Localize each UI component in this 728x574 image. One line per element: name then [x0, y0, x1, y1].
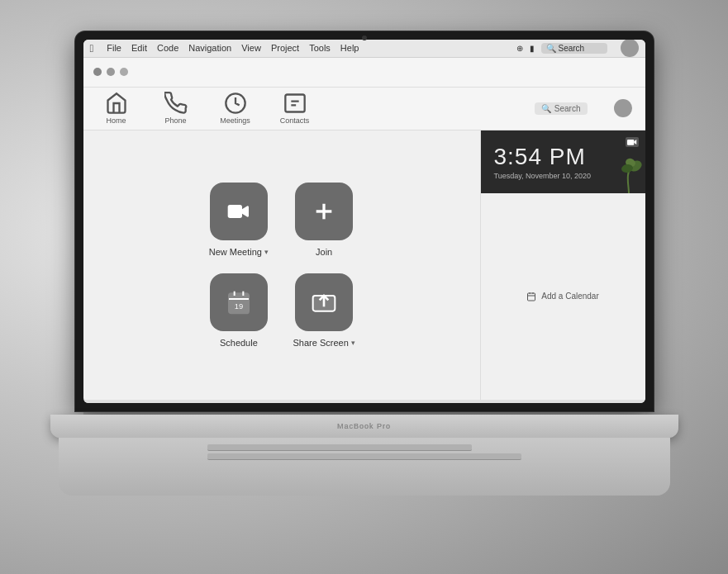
battery-icon: ▮ [530, 44, 535, 53]
join-text: Join [316, 247, 332, 257]
traffic-lights [93, 68, 128, 76]
phone-label: Phone [164, 116, 186, 125]
join-item[interactable]: Join [293, 183, 355, 257]
main-content: New Meeting ▾ [83, 130, 645, 400]
share-screen-chevron: ▾ [351, 339, 355, 347]
keyboard-rows [207, 444, 521, 460]
user-avatar-menubar [621, 40, 639, 58]
menubar-search[interactable]: 🔍 Search [541, 43, 607, 54]
toolbar-phone[interactable]: Phone [156, 92, 196, 125]
screen-lid:  File Edit Code Navigation View Project… [75, 31, 654, 411]
search-icon: 🔍 [541, 104, 551, 113]
home-icon [105, 92, 128, 115]
svg-rect-12 [627, 140, 634, 145]
new-meeting-text: New Meeting [209, 247, 262, 257]
time-widget: 3:54 PM Tuesday, November 10, 2020 [481, 130, 645, 193]
maximize-button[interactable] [120, 68, 128, 76]
add-calendar-label: Add a Calendar [541, 292, 599, 301]
menu-file[interactable]: File [107, 43, 121, 53]
new-meeting-button[interactable] [210, 183, 268, 240]
laptop:  File Edit Code Navigation View Project… [50, 31, 678, 543]
close-button[interactable] [93, 68, 102, 76]
right-panel: 3:54 PM Tuesday, November 10, 2020 [480, 130, 645, 400]
apple-menu[interactable]:  [90, 42, 94, 55]
svg-rect-2 [228, 205, 242, 218]
contacts-label: Contacts [280, 116, 310, 125]
new-meeting-item[interactable]: New Meeting ▾ [207, 183, 269, 257]
laptop-base: MacBook Pro [50, 415, 678, 438]
add-calendar-button[interactable]: Add a Calendar [526, 292, 599, 301]
schedule-button[interactable]: 19 [210, 273, 268, 331]
schedule-item[interactable]: 19 Schedule [207, 273, 269, 348]
menu-view[interactable]: View [241, 43, 261, 53]
macos-screen:  File Edit Code Navigation View Project… [83, 40, 645, 403]
menubar-items: File Edit Code Navigation View Project T… [107, 43, 359, 53]
search-text: Search [554, 104, 581, 113]
time-display: 3:54 PM [494, 144, 632, 170]
plant-decoration [612, 156, 645, 193]
search-label-mini: Search [559, 44, 585, 53]
share-screen-label: Share Screen ▾ [293, 338, 355, 348]
action-grid: New Meeting ▾ [207, 183, 355, 348]
phone-icon [164, 92, 188, 115]
svg-rect-1 [285, 95, 304, 112]
share-screen-button[interactable] [295, 273, 353, 331]
schedule-text: Schedule [220, 338, 258, 348]
key-row-2 [207, 453, 521, 460]
keyboard-area [59, 438, 670, 496]
menu-help[interactable]: Help [340, 43, 359, 53]
zoom-toolbar: Home Phone [83, 88, 645, 130]
keyboard-row-1 [207, 444, 521, 451]
join-button[interactable] [295, 183, 353, 240]
left-panel: New Meeting ▾ [83, 130, 480, 400]
keyboard-row-2 [207, 453, 521, 460]
new-meeting-chevron: ▾ [264, 248, 269, 256]
toolbar-contacts[interactable]: Contacts [275, 92, 315, 125]
search-icon-mini: 🔍 [546, 44, 556, 53]
laptop-hinge [83, 411, 645, 415]
wifi-icon: ⊕ [516, 44, 523, 53]
share-screen-item[interactable]: Share Screen ▾ [293, 273, 355, 348]
window-chrome [83, 58, 645, 88]
share-screen-text: Share Screen [293, 338, 349, 348]
contacts-icon [283, 92, 307, 115]
user-avatar[interactable] [614, 99, 632, 117]
bottom-bar [83, 400, 645, 403]
toolbar-meetings[interactable]: Meetings [216, 92, 255, 125]
meetings-label: Meetings [220, 116, 250, 125]
home-label: Home [106, 116, 126, 125]
svg-rect-16 [528, 293, 535, 301]
laptop-model-label: MacBook Pro [337, 422, 391, 430]
calendar-area: Add a Calendar [481, 193, 645, 400]
toolbar-search[interactable]: 🔍 Search [535, 102, 588, 115]
join-label: Join [316, 247, 332, 257]
menu-code[interactable]: Code [157, 43, 178, 53]
menu-navigation[interactable]: Navigation [188, 43, 231, 53]
menubar-right: ⊕ ▮ 🔍 Search [516, 40, 639, 58]
menubar:  File Edit Code Navigation View Project… [83, 40, 645, 58]
svg-text:19: 19 [235, 302, 243, 311]
toolbar-home[interactable]: Home [97, 92, 136, 125]
date-display: Tuesday, November 10, 2020 [494, 172, 632, 180]
new-meeting-label: New Meeting ▾ [209, 247, 269, 257]
schedule-label: Schedule [220, 338, 258, 348]
spacebar [207, 444, 472, 451]
meetings-icon [224, 92, 247, 115]
menu-project[interactable]: Project [271, 43, 299, 53]
camera-widget-icon [626, 137, 639, 147]
menu-edit[interactable]: Edit [131, 43, 147, 53]
menu-tools[interactable]: Tools [309, 43, 331, 53]
minimize-button[interactable] [107, 68, 115, 76]
